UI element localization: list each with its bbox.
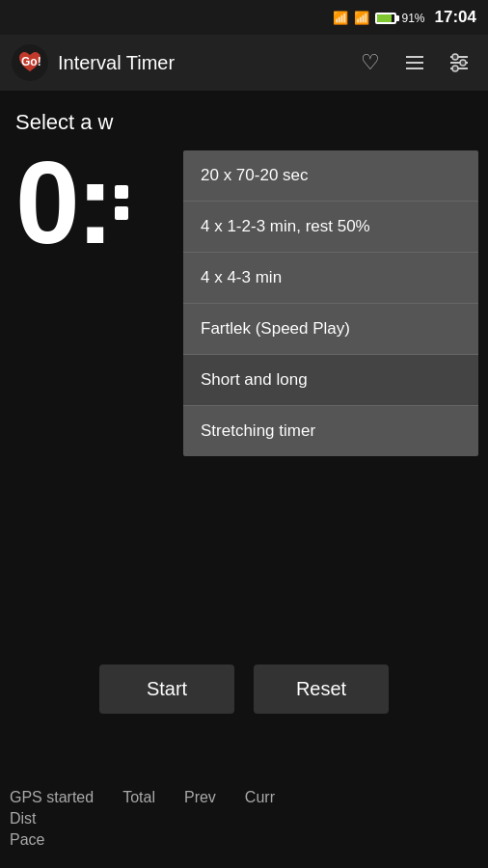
app-bar: Go! Interval Timer ♡ xyxy=(0,35,488,91)
gps-label: GPS started xyxy=(10,789,94,806)
stats-area: GPS started Total Prev Curr Dist Pace xyxy=(0,789,488,849)
menu-item-6[interactable]: Stretching timer xyxy=(183,406,478,456)
battery-icon: 91% xyxy=(375,11,425,25)
settings-icon[interactable] xyxy=(442,45,476,80)
svg-point-9 xyxy=(460,60,466,66)
bottom-controls: Start Reset xyxy=(0,655,488,743)
svg-rect-2 xyxy=(406,56,423,58)
stats-row: GPS started Total Prev Curr xyxy=(10,789,478,806)
timer-colon xyxy=(115,185,128,220)
app-logo: Go! xyxy=(12,44,48,81)
menu-list-icon[interactable] xyxy=(397,45,432,80)
menu-item-5[interactable]: Short and long xyxy=(183,355,478,406)
signal-icon: 📶 xyxy=(354,11,369,25)
svg-rect-4 xyxy=(406,68,423,69)
status-time: 17:04 xyxy=(435,8,476,27)
start-button[interactable]: Start xyxy=(99,665,234,714)
prev-label: Prev xyxy=(184,789,216,806)
select-workout-label: Select a w xyxy=(15,110,473,135)
main-content: Select a w 0: 20 x 70-20 sec 4 x 1-2-3 m… xyxy=(0,91,488,868)
favorite-icon[interactable]: ♡ xyxy=(353,45,388,80)
svg-text:Go!: Go! xyxy=(21,55,41,68)
menu-item-4[interactable]: Fartlek (Speed Play) xyxy=(183,304,478,355)
svg-point-10 xyxy=(452,66,458,71)
menu-item-3[interactable]: 4 x 4-3 min xyxy=(183,253,478,304)
reset-button[interactable]: Reset xyxy=(254,665,389,714)
menu-item-2[interactable]: 4 x 1-2-3 min, rest 50% xyxy=(183,202,478,253)
action-buttons: Start Reset xyxy=(15,665,473,714)
total-label: Total xyxy=(122,789,155,806)
curr-label: Curr xyxy=(245,789,275,806)
svg-point-8 xyxy=(452,54,458,60)
dist-label: Dist xyxy=(10,810,478,827)
status-bar: 📶 📶 91% 17:04 xyxy=(0,0,488,35)
timer-value: 0: xyxy=(15,145,111,260)
colon-dot-top xyxy=(115,185,128,199)
app-title: Interval Timer xyxy=(58,52,343,74)
colon-dot-bottom xyxy=(115,206,128,220)
workout-dropdown[interactable]: 20 x 70-20 sec 4 x 1-2-3 min, rest 50% 4… xyxy=(183,150,478,456)
wifi-icon: 📶 xyxy=(333,11,348,25)
pace-label: Pace xyxy=(10,831,478,849)
svg-rect-3 xyxy=(406,62,423,64)
menu-item-1[interactable]: 20 x 70-20 sec xyxy=(183,150,478,202)
